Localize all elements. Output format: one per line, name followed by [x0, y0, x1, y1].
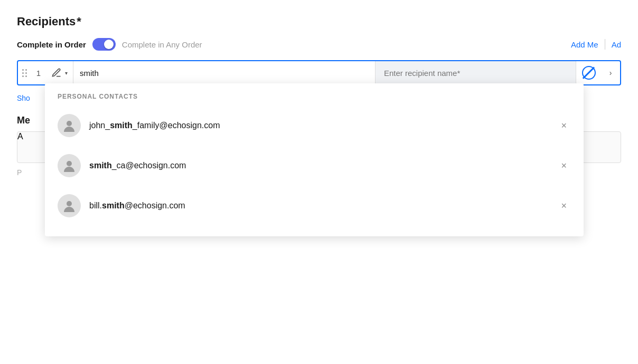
contact-item[interactable]: smith_ca@echosign.com ×	[45, 146, 584, 186]
email-suffix: _family@echosign.com	[133, 121, 220, 130]
email-prefix: bill.	[89, 201, 102, 210]
add-me-button[interactable]: Add Me	[571, 40, 605, 49]
toggle-track	[92, 38, 116, 51]
email-suffix: _ca@echosign.com	[112, 161, 186, 170]
show-link[interactable]: Sho	[17, 94, 30, 102]
toggle-row: Complete in Order Complete in Any Order …	[17, 38, 621, 51]
avatar	[58, 194, 81, 217]
email-prefix: john_	[89, 121, 110, 130]
chevron-right-icon: ›	[609, 69, 612, 77]
contact-item[interactable]: john_smith_family@echosign.com ×	[45, 106, 584, 146]
recipients-header: Recipients *	[17, 15, 621, 28]
more-options-button[interactable]: ›	[601, 61, 620, 84]
remove-contact-button[interactable]: ×	[557, 159, 571, 173]
recipient-name-input[interactable]	[375, 61, 576, 84]
avatar	[58, 114, 81, 137]
order-toggle[interactable]	[92, 38, 116, 51]
svg-point-1	[67, 161, 72, 166]
avatar-icon	[62, 198, 77, 213]
vertical-divider	[605, 39, 605, 50]
contact-email: bill.smith@echosign.com	[89, 201, 557, 210]
contacts-dropdown: PERSONAL CONTACTS john_smith_family@echo…	[45, 83, 584, 236]
contact-email: smith_ca@echosign.com	[89, 161, 557, 170]
email-bold: smith	[89, 161, 112, 170]
email-suffix: @echosign.com	[125, 201, 185, 210]
svg-point-2	[67, 201, 72, 206]
contact-email: john_smith_family@echosign.com	[89, 121, 557, 130]
add-recipients-button[interactable]: Ad	[612, 40, 621, 49]
pen-icon	[51, 68, 62, 78]
toggle-thumb	[104, 40, 114, 49]
avatar-icon	[62, 118, 77, 133]
email-bold: smith	[102, 201, 125, 210]
block-icon	[582, 66, 596, 80]
svg-point-0	[67, 121, 72, 126]
email-bold: smith	[110, 121, 133, 130]
signer-type-button[interactable]: ▾	[46, 61, 73, 84]
complete-in-order-label: Complete in Order	[17, 40, 86, 49]
contacts-section-label: PERSONAL CONTACTS	[45, 83, 584, 106]
drag-handle[interactable]	[18, 69, 31, 77]
chevron-down-icon: ▾	[65, 70, 68, 76]
avatar-icon	[62, 158, 77, 173]
email-input[interactable]	[73, 61, 375, 84]
header-actions: Add Me Ad	[571, 39, 621, 50]
main-container: Recipients * Complete in Order Complete …	[0, 0, 638, 364]
complete-any-order-label: Complete in Any Order	[122, 40, 202, 49]
recipients-title: Recipients	[17, 15, 76, 28]
contact-item[interactable]: bill.smith@echosign.com ×	[45, 186, 584, 226]
recipient-input-row: 1 ▾ ›	[17, 60, 621, 85]
remove-contact-button[interactable]: ×	[557, 199, 571, 213]
block-icon-button[interactable]	[576, 61, 601, 84]
row-number: 1	[31, 69, 46, 78]
required-asterisk: *	[77, 15, 81, 28]
avatar	[58, 154, 81, 177]
drag-dots	[22, 69, 27, 77]
remove-contact-button[interactable]: ×	[557, 119, 571, 132]
add-placeholder: A	[17, 132, 23, 141]
